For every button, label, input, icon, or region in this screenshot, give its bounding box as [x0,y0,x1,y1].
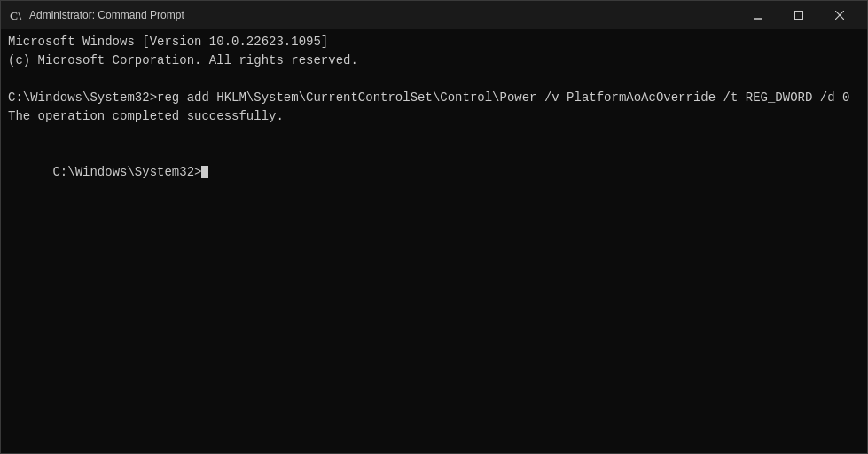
line-2: (c) Microsoft Corporation. All rights re… [8,51,860,70]
line-result: The operation completed successfully. [8,107,860,126]
cursor [201,166,208,178]
empty-line-2 [8,126,860,145]
window-controls [738,1,860,29]
line-command: C:\Windows\System32>reg add HKLM\System\… [8,89,860,107]
svg-rect-3 [795,12,803,20]
line-1: Microsoft Windows [Version 10.0.22623.10… [8,33,860,51]
maximize-button[interactable] [778,1,819,29]
close-button[interactable] [819,1,860,29]
terminal-content[interactable]: Microsoft Windows [Version 10.0.22623.10… [1,29,867,453]
app-icon: C\ [8,8,22,22]
title-bar: C\ Administrator: Command Prompt [1,1,867,29]
window-title: Administrator: Command Prompt [29,9,738,21]
svg-text:C\: C\ [10,9,21,22]
empty-line-1 [8,70,860,89]
line-prompt: C:\Windows\System32> [8,145,860,200]
minimize-button[interactable] [738,1,778,29]
command-prompt-window: C\ Administrator: Command Prompt [0,0,868,454]
